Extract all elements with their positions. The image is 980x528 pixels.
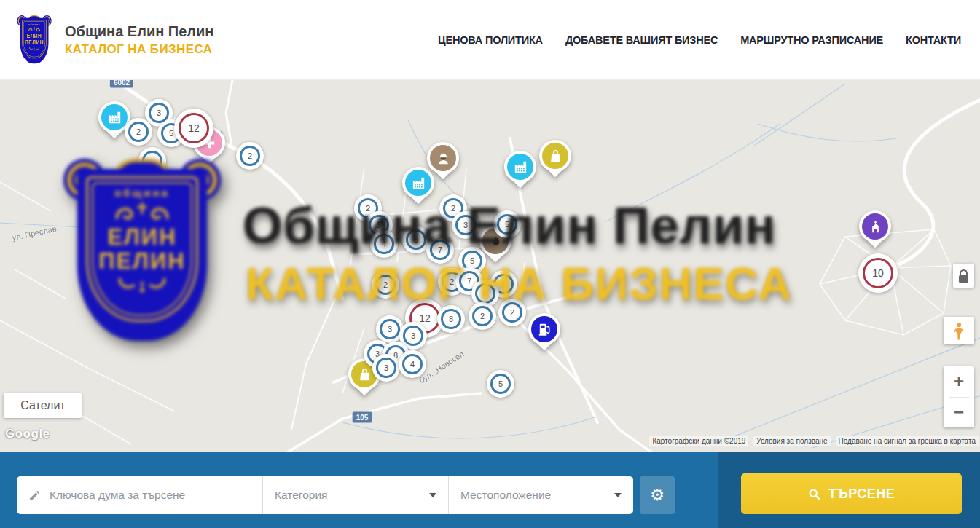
cluster-marker[interactable]: 4 bbox=[399, 350, 426, 378]
lock-icon bbox=[960, 269, 968, 275]
fuel-pump-icon bbox=[531, 316, 557, 342]
category-select-value: Категория bbox=[275, 489, 327, 502]
factory-pin-marker[interactable] bbox=[504, 151, 536, 196]
cluster-marker[interactable]: 4 bbox=[370, 230, 398, 258]
cluster-marker[interactable] bbox=[138, 147, 166, 175]
cluster-count: 4 bbox=[410, 360, 415, 369]
cluster-count: 7 bbox=[438, 245, 442, 254]
cluster-count: 2 bbox=[248, 151, 252, 160]
cluster-count: 7 bbox=[467, 277, 471, 285]
factory-icon bbox=[101, 104, 128, 130]
cluster-count: 4 bbox=[501, 280, 506, 288]
cluster-count: 10 bbox=[872, 267, 884, 279]
search-fields: Категория Местоположение bbox=[17, 476, 633, 514]
fuel-pump-pin-marker[interactable] bbox=[528, 313, 560, 358]
nav-item[interactable]: ЦЕНОВА ПОЛИТИКА bbox=[438, 34, 543, 46]
nav-item[interactable]: КОНТАКТИ bbox=[906, 34, 961, 46]
cluster-count: 12 bbox=[188, 122, 200, 134]
pegman-icon bbox=[951, 321, 967, 341]
road-shield: 105 bbox=[353, 412, 372, 423]
crest-body: община ЕЛИНПЕЛИН bbox=[20, 17, 49, 63]
crest-name-line2: ПЕЛИН bbox=[25, 39, 44, 45]
cluster-marker[interactable]: 8 bbox=[437, 305, 465, 333]
zoom-out-button[interactable]: − bbox=[944, 398, 974, 428]
cluster-marker[interactable]: 5 bbox=[487, 370, 514, 398]
cluster-marker[interactable]: 2 bbox=[498, 299, 526, 326]
main-nav: ЦЕНОВА ПОЛИТИКАДОБАВЕТЕ ВАШИЯТ БИЗНЕСМАР… bbox=[438, 34, 980, 46]
chevron-down-icon bbox=[614, 493, 622, 497]
cluster-marker[interactable]: 12 bbox=[174, 109, 213, 148]
site-subtitle: КАТАЛОГ НА БИЗНЕСА bbox=[65, 42, 213, 57]
cluster-marker[interactable]: 2 bbox=[125, 118, 152, 146]
zoom-in-button[interactable]: + bbox=[944, 366, 974, 397]
chevron-down-icon bbox=[429, 493, 436, 497]
attribution-item: Картографски данни ©2019 bbox=[649, 436, 748, 446]
crest-ornament-icon bbox=[28, 45, 42, 51]
cluster-count: 2 bbox=[480, 312, 485, 320]
cluster-count: 5 bbox=[505, 220, 509, 229]
cluster-count: 5 bbox=[470, 256, 474, 265]
church-icon bbox=[862, 213, 888, 240]
category-select[interactable]: Категория bbox=[262, 476, 448, 514]
cluster-count: 3 bbox=[377, 221, 381, 229]
cluster-count: 3 bbox=[388, 325, 392, 334]
cluster-count: 2 bbox=[450, 277, 454, 286]
attribution-item[interactable]: Подаване на сигнал за грешка в картата bbox=[836, 436, 979, 446]
cluster-marker[interactable]: 3 bbox=[372, 354, 400, 382]
header: община ЕЛИНПЕЛИН Община Елин Пелин КАТАЛ… bbox=[0, 0, 980, 80]
cluster-count: 2 bbox=[451, 204, 455, 213]
cluster-count: 3 bbox=[463, 221, 468, 229]
church-pin-marker[interactable] bbox=[859, 210, 891, 256]
cluster-count: 12 bbox=[419, 312, 431, 324]
cluster-marker[interactable]: 2 bbox=[469, 302, 496, 330]
site-logo[interactable]: община ЕЛИНПЕЛИН Община Елин Пелин КАТАЛ… bbox=[0, 15, 213, 65]
cluster-count: 2 bbox=[136, 127, 141, 136]
search-button-label: ТЪРСЕНЕ bbox=[828, 486, 895, 502]
map-canvas[interactable]: 6002105ул. Преславбул. „Новосел325122232… bbox=[0, 80, 980, 452]
cluster-count: 3 bbox=[384, 363, 388, 372]
road-shield: 6002 bbox=[110, 80, 133, 88]
factory-pin-marker[interactable] bbox=[98, 101, 130, 146]
shopping-bag-icon bbox=[542, 143, 568, 169]
maptype-control: Карта Сателит bbox=[4, 393, 82, 418]
cluster-marker[interactable]: 2 bbox=[372, 271, 399, 299]
maptype-satellite-button[interactable]: Сателит bbox=[4, 393, 82, 418]
cluster-count: 5 bbox=[169, 129, 173, 138]
cluster-count: 4 bbox=[382, 240, 386, 248]
cluster-marker[interactable]: 10 bbox=[858, 253, 898, 293]
site-title: Община Елин Пелин bbox=[65, 23, 213, 40]
factory-icon bbox=[507, 154, 533, 180]
search-button[interactable]: ТЪРСЕНЕ bbox=[741, 473, 962, 514]
factory-icon bbox=[405, 170, 431, 196]
location-select-value: Местоположение bbox=[460, 489, 551, 502]
pencil-icon bbox=[28, 489, 41, 502]
search-input[interactable] bbox=[50, 489, 251, 502]
gear-icon: ⚙ bbox=[650, 487, 665, 503]
advanced-settings-button[interactable]: ⚙ bbox=[640, 476, 675, 514]
nav-item[interactable]: ДОБАВЕТЕ ВАШИЯТ БИЗНЕС bbox=[565, 34, 718, 46]
crest-top-label: община bbox=[28, 23, 41, 26]
nav-item[interactable]: МАРШРУТНО РАЗПИСАНИЕ bbox=[740, 34, 883, 46]
cluster-marker[interactable]: 7 bbox=[426, 236, 454, 264]
shopping-bag-pin-marker[interactable] bbox=[539, 140, 571, 185]
crest-name-line1: ЕЛИН bbox=[27, 32, 42, 39]
cluster-count: 3 bbox=[411, 331, 415, 340]
fullscreen-lock-button[interactable] bbox=[953, 264, 974, 288]
cluster-marker[interactable]: 2 bbox=[236, 142, 264, 170]
location-select[interactable]: Местоположение bbox=[448, 476, 633, 514]
cluster-marker[interactable]: 3 bbox=[452, 211, 479, 239]
cluster-count: 2 bbox=[366, 204, 370, 213]
cluster-count: 8 bbox=[449, 315, 453, 323]
magnifier-icon bbox=[808, 488, 820, 500]
cluster-count: 6 bbox=[414, 235, 418, 244]
streetview-pegman-button[interactable] bbox=[944, 317, 974, 344]
factory-pin-marker[interactable] bbox=[402, 167, 434, 212]
attribution-item[interactable]: Условия за ползване bbox=[753, 436, 830, 446]
google-logo[interactable]: Google bbox=[5, 427, 50, 441]
keyword-field bbox=[17, 476, 262, 514]
cluster-count: 8 bbox=[483, 289, 487, 298]
cluster-count: 2 bbox=[383, 280, 388, 289]
cluster-marker[interactable]: 5 bbox=[493, 210, 521, 238]
crest-ornament-icon bbox=[28, 25, 42, 33]
cluster-count: 3 bbox=[157, 109, 161, 117]
